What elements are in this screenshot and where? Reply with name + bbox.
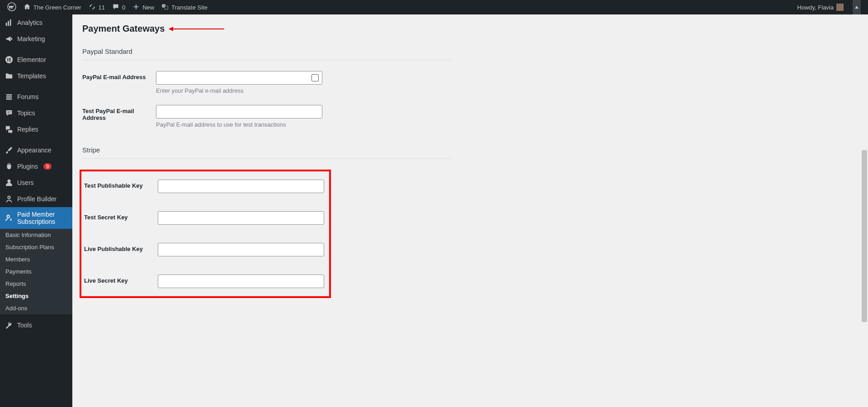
sidebar-item-forums[interactable]: Forums xyxy=(0,89,72,105)
updates-count: 11 xyxy=(99,4,105,11)
wp-logo[interactable] xyxy=(4,0,20,14)
analytics-icon xyxy=(5,18,14,27)
sidebar-item-topics[interactable]: Topics xyxy=(0,105,72,121)
plugin-updates-badge: 9 xyxy=(43,163,52,170)
submenu-members[interactable]: Members xyxy=(0,253,72,265)
sidebar-item-label: Forums xyxy=(17,93,38,100)
stripe-live-secret-row: Live Secret Key xyxy=(84,274,329,288)
sidebar-item-templates[interactable]: Templates xyxy=(0,68,72,84)
svg-rect-9 xyxy=(9,58,11,59)
translate-label: Translate Site xyxy=(171,4,208,11)
paypal-test-email-input[interactable] xyxy=(156,105,322,118)
sidebar-item-label: Marketing xyxy=(17,35,45,43)
stripe-highlight-box: Test Publishable Key Test Secret Key Liv… xyxy=(80,170,331,298)
submenu-addons[interactable]: Add-ons xyxy=(0,302,72,314)
stripe-test-pub-row: Test Publishable Key xyxy=(84,180,329,193)
sidebar-item-label: Topics xyxy=(17,109,35,117)
paypal-section-heading: Paypal Standard xyxy=(82,47,451,60)
translate-link[interactable]: A Translate Site xyxy=(158,0,211,14)
comments-link[interactable]: 0 xyxy=(108,0,129,14)
main-content: Payment Gateways Paypal Standard PayPal … xyxy=(72,14,861,407)
svg-rect-14 xyxy=(6,99,12,100)
comments-count: 0 xyxy=(122,4,125,11)
admin-toolbar-right: Howdy, Flavia xyxy=(793,0,864,14)
sidebar-item-profile-builder[interactable]: Profile Builder xyxy=(0,191,72,207)
avatar xyxy=(836,4,844,11)
scrollbar-track[interactable] xyxy=(861,14,868,407)
sidebar-item-marketing[interactable]: Marketing xyxy=(0,31,72,47)
sidebar-item-elementor[interactable]: Elementor xyxy=(0,52,72,68)
svg-rect-10 xyxy=(9,59,11,60)
sidebar-item-label: Plugins xyxy=(17,163,38,170)
collapse-button[interactable] xyxy=(853,0,861,14)
plugin-icon xyxy=(5,162,14,171)
stripe-test-pub-input[interactable] xyxy=(158,180,324,193)
paypal-test-email-label: Test PayPal E-mail Address xyxy=(82,105,156,121)
svg-point-16 xyxy=(8,196,10,199)
submenu-reports[interactable]: Reports xyxy=(0,278,72,290)
svg-point-15 xyxy=(7,180,10,183)
home-icon xyxy=(24,3,31,12)
sidebar-item-paid-member-subscriptions[interactable]: $ Paid Member Subscriptions xyxy=(0,207,72,229)
stripe-test-secret-row: Test Secret Key xyxy=(84,211,329,225)
sidebar-submenu: Basic Information Subscription Plans Mem… xyxy=(0,229,72,314)
admin-sidebar: Analytics Marketing Elementor Templates … xyxy=(0,14,72,407)
updates-link[interactable]: 11 xyxy=(85,0,108,14)
submenu-basic-info[interactable]: Basic Information xyxy=(0,229,72,241)
new-label: New xyxy=(142,4,154,11)
admin-toolbar-left: The Green Corner 11 0 New A Translate Si… xyxy=(4,0,211,14)
stripe-live-pub-label: Live Publishable Key xyxy=(84,243,158,252)
svg-rect-5 xyxy=(8,21,9,26)
sidebar-item-label: Tools xyxy=(17,322,32,329)
submenu-payments[interactable]: Payments xyxy=(0,265,72,278)
sidebar-item-label: Analytics xyxy=(17,19,42,26)
member-dollar-icon: $ xyxy=(5,213,14,222)
paypal-email-row: PayPal E-mail Address Enter your PayPal … xyxy=(82,71,851,94)
stripe-test-secret-input[interactable] xyxy=(158,211,324,225)
sidebar-item-replies[interactable]: Replies xyxy=(0,121,72,137)
translate-icon: A xyxy=(161,3,169,12)
howdy-text: Howdy, Flavia xyxy=(797,4,834,11)
admin-toolbar: The Green Corner 11 0 New A Translate Si… xyxy=(0,0,868,14)
paypal-test-email-row: Test PayPal E-mail Address PayPal E-mail… xyxy=(82,105,851,128)
sidebar-item-label: Paid Member Subscriptions xyxy=(17,211,68,225)
submenu-settings[interactable]: Settings xyxy=(0,290,72,302)
stripe-live-secret-input[interactable] xyxy=(158,274,324,288)
stripe-live-secret-label: Live Secret Key xyxy=(84,274,158,284)
paypal-test-email-desc: PayPal E-mail address to use for test tr… xyxy=(156,121,322,128)
comment-icon xyxy=(112,3,119,12)
user-icon xyxy=(5,178,14,187)
page-title: Payment Gateways xyxy=(82,24,165,34)
sidebar-item-tools[interactable]: Tools xyxy=(0,317,72,333)
new-content-link[interactable]: New xyxy=(129,0,158,14)
sidebar-item-plugins[interactable]: Plugins 9 xyxy=(0,158,72,175)
elementor-icon xyxy=(5,55,14,64)
stripe-live-pub-row: Live Publishable Key xyxy=(84,243,329,256)
submenu-subscription-plans[interactable]: Subscription Plans xyxy=(0,241,72,253)
sidebar-item-label: Templates xyxy=(17,72,46,80)
sidebar-item-label: Users xyxy=(17,179,34,186)
topics-icon xyxy=(5,109,14,118)
triangle-up-icon xyxy=(854,5,859,9)
svg-rect-13 xyxy=(6,96,12,98)
arrow-annotation xyxy=(170,28,224,29)
update-icon xyxy=(89,3,96,12)
stripe-live-pub-input[interactable] xyxy=(158,243,324,256)
brush-icon xyxy=(5,146,14,155)
paypal-email-input[interactable] xyxy=(156,71,322,85)
sidebar-item-analytics[interactable]: Analytics xyxy=(0,14,72,31)
site-name-link[interactable]: The Green Corner xyxy=(20,0,85,14)
site-name-text: The Green Corner xyxy=(33,4,81,11)
svg-text:A: A xyxy=(163,5,165,7)
account-link[interactable]: Howdy, Flavia xyxy=(793,0,847,14)
forums-icon xyxy=(5,92,14,101)
sidebar-item-users[interactable]: Users xyxy=(0,175,72,191)
scrollbar-thumb[interactable] xyxy=(862,150,867,322)
svg-rect-12 xyxy=(6,95,12,96)
stripe-test-pub-label: Test Publishable Key xyxy=(84,180,158,189)
sidebar-item-appearance[interactable]: Appearance xyxy=(0,142,72,158)
svg-rect-8 xyxy=(7,58,8,61)
sidebar-item-label: Replies xyxy=(17,126,38,133)
stripe-section-heading: Stripe xyxy=(82,146,451,159)
paypal-email-label: PayPal E-mail Address xyxy=(82,71,156,80)
